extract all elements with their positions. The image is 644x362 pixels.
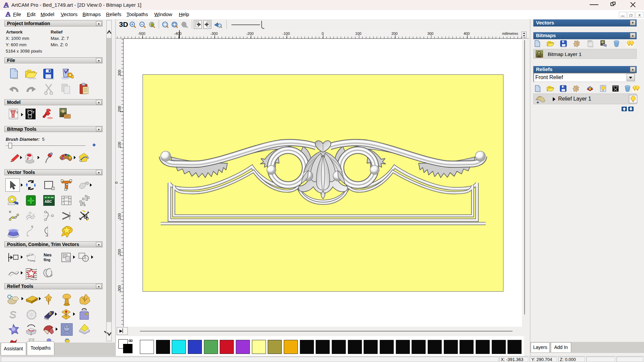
svg-text:text on: text on: [26, 253, 34, 257]
svg-text:ABC: ABC: [45, 200, 52, 203]
svg-text:ting: ting: [44, 257, 50, 262]
svg-text:T: T: [33, 111, 35, 114]
svg-text:Nes: Nes: [44, 252, 52, 257]
svg-text:a curve: a curve: [28, 258, 36, 262]
svg-text:S: S: [9, 309, 16, 320]
svg-text:T: T: [16, 111, 18, 114]
svg-text:b: b: [49, 311, 51, 316]
